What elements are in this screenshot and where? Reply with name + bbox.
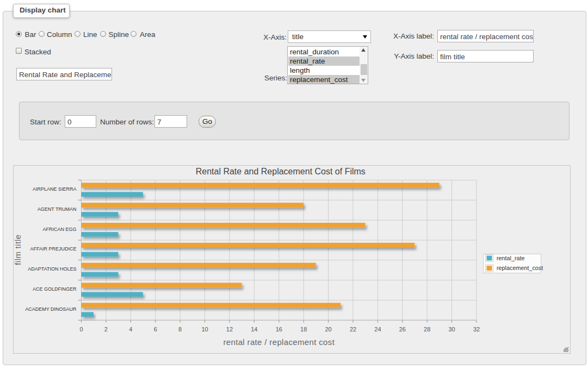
svg-text:replacement_cost: replacement_cost	[497, 265, 543, 271]
svg-text:Rental Rate and Replacement Co: Rental Rate and Replacement Cost of Film…	[196, 167, 366, 176]
svg-text:rental_rate: rental_rate	[497, 255, 525, 261]
svg-text:ACADEMY DINOSAUR: ACADEMY DINOSAUR	[25, 306, 77, 312]
svg-text:2: 2	[104, 326, 108, 333]
svg-text:20: 20	[325, 326, 331, 333]
svg-text:film title: film title	[14, 234, 23, 265]
svg-text:30: 30	[448, 326, 455, 333]
svg-text:14: 14	[251, 326, 257, 333]
svg-text:28: 28	[424, 326, 430, 333]
svg-text:0: 0	[79, 326, 83, 333]
svg-text:AGENT TRUMAN: AGENT TRUMAN	[38, 206, 77, 212]
svg-text:AFFAIR PREJUDICE: AFFAIR PREJUDICE	[30, 246, 76, 252]
svg-text:22: 22	[350, 326, 356, 333]
svg-text:6: 6	[154, 326, 157, 333]
svg-text:10: 10	[201, 326, 208, 333]
svg-text:rental rate / replacement cost: rental rate / replacement cost	[223, 337, 335, 347]
svg-text:8: 8	[178, 326, 182, 333]
svg-text:24: 24	[374, 326, 381, 333]
svg-text:26: 26	[399, 326, 406, 333]
svg-text:ACE GOLDFINGER: ACE GOLDFINGER	[33, 286, 77, 292]
svg-text:AFRICAN EGG: AFRICAN EGG	[42, 227, 76, 232]
svg-text:ADAPTATION HOLES: ADAPTATION HOLES	[28, 266, 76, 272]
svg-text:16: 16	[276, 326, 282, 333]
svg-text:18: 18	[300, 326, 307, 333]
svg-text:12: 12	[226, 326, 233, 333]
svg-text:AIRPLANE SIERRA: AIRPLANE SIERRA	[33, 186, 77, 192]
svg-text:4: 4	[129, 326, 132, 333]
svg-text:32: 32	[473, 326, 480, 333]
